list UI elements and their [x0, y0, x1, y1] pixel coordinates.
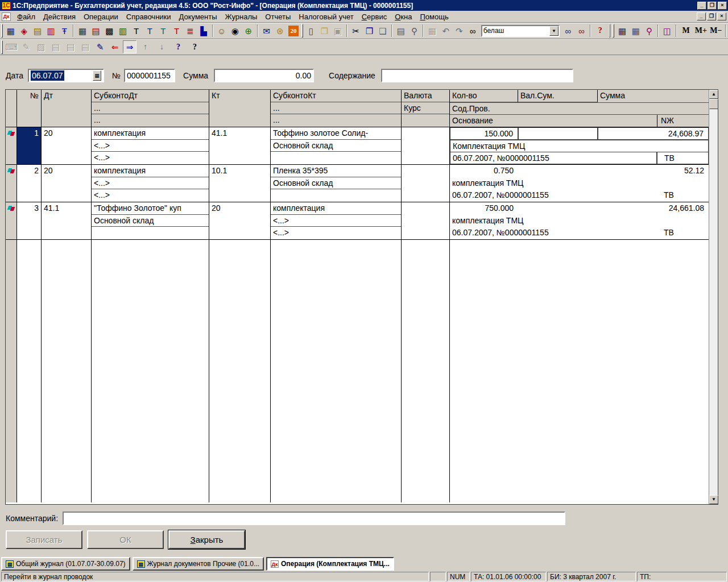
- search-combobox[interactable]: ▼: [481, 25, 560, 37]
- close-form-button[interactable]: Закрыть: [168, 530, 245, 549]
- internet-globe-icon[interactable]: ⊕: [242, 24, 255, 38]
- window-tab-1[interactable]: ▤Общий журнал (01.07.07-30.09.07): [1, 557, 130, 571]
- context-help-icon[interactable]: ?: [187, 40, 202, 53]
- chessboard-report-icon[interactable]: ▩: [103, 24, 115, 38]
- row-kt-cell[interactable]: 10.1: [209, 165, 271, 202]
- document-mark-icon[interactable]: T: [171, 24, 183, 38]
- diagram-icon[interactable]: ▙: [197, 24, 210, 38]
- header-currency-line[interactable]: Курс: [402, 102, 449, 115]
- comment-field[interactable]: [63, 512, 565, 525]
- menu-item-налоговый-учет[interactable]: Налоговый учет: [295, 11, 357, 22]
- new-document-icon[interactable]: ▯: [305, 24, 317, 38]
- memory-add-button[interactable]: M+: [694, 24, 708, 38]
- row-dt-cell[interactable]: 20: [42, 127, 92, 164]
- undo-icon[interactable]: ↶: [440, 24, 452, 38]
- header-subdt-line[interactable]: ...: [92, 114, 209, 127]
- help-icon[interactable]: ?: [593, 24, 607, 38]
- chevron-down-icon[interactable]: ▼: [549, 26, 559, 36]
- toolbar-handle[interactable]: [609, 24, 611, 38]
- mail-icon[interactable]: ✉: [260, 24, 273, 38]
- window-tab-2[interactable]: ▤Журнал документов Прочие (01.0...: [133, 557, 264, 571]
- calendar-date-icon[interactable]: 20: [288, 26, 299, 36]
- journal-operations-icon[interactable]: ▦: [76, 24, 89, 38]
- menu-item-операции[interactable]: Операции: [80, 11, 122, 22]
- row-subdt-cell-line[interactable]: комплектация: [92, 165, 209, 177]
- move-down-icon[interactable]: ↓: [154, 40, 169, 53]
- scroll-down-icon[interactable]: ▼: [709, 495, 718, 504]
- row-kt-cell[interactable]: 20: [209, 202, 271, 239]
- documents-journal-icon[interactable]: ▥: [45, 24, 57, 38]
- operations-journal-icon[interactable]: ▤: [31, 24, 44, 38]
- row-kt-cell[interactable]: 41.1: [209, 127, 271, 164]
- menu-item-справочники[interactable]: Справочники: [122, 11, 175, 22]
- menu-item-действия[interactable]: Действия: [39, 11, 80, 22]
- goto-source-icon[interactable]: ⇐: [108, 40, 122, 53]
- move-up-icon[interactable]: ↑: [138, 40, 153, 53]
- row-cursum-cell[interactable]: [518, 127, 598, 140]
- row-dt-cell[interactable]: 20: [42, 165, 92, 202]
- content-field[interactable]: [381, 69, 573, 82]
- row-currency-cell[interactable]: [402, 165, 450, 202]
- header-subdt-line[interactable]: ...: [92, 102, 209, 115]
- row-dt-cell[interactable]: 41.1: [42, 202, 92, 239]
- assistant-icon[interactable]: ☺: [216, 24, 228, 38]
- row-subkt-cell-line[interactable]: комплектация: [271, 202, 401, 215]
- row-sum-cell[interactable]: 52.12: [598, 165, 709, 177]
- cut-icon[interactable]: ✂: [350, 24, 362, 38]
- document-lines-icon[interactable]: T: [157, 24, 169, 38]
- header-subkt-line[interactable]: ...: [271, 102, 401, 115]
- menu-item-окна[interactable]: Окна: [391, 11, 416, 22]
- row-subkt-cell-line[interactable]: Основной склад: [271, 140, 401, 152]
- scroll-up-icon[interactable]: ▲: [709, 90, 718, 99]
- menu-item-сервис[interactable]: Сервис: [358, 11, 391, 22]
- memory-recall-button[interactable]: M: [679, 24, 693, 38]
- calendar-icon[interactable]: ▦: [93, 70, 101, 81]
- toolbar-handle[interactable]: [1, 40, 3, 54]
- row-subdt-cell-line[interactable]: <...>: [92, 177, 209, 190]
- row-subdt-cell-line[interactable]: [92, 227, 209, 239]
- report-icon[interactable]: ≣: [184, 24, 196, 38]
- row-basis-cell[interactable]: 06.07.2007, №0000001155: [450, 152, 657, 164]
- find-previous-icon[interactable]: ∞: [576, 24, 588, 38]
- vertical-scrollbar[interactable]: ▲ ▼: [709, 90, 718, 504]
- window-tab-3[interactable]: ДкОперация (Комплектация ТМЦ...: [266, 557, 394, 571]
- chart-of-accounts-icon[interactable]: ▦: [5, 24, 17, 38]
- row-subkt-cell-line[interactable]: Основной склад: [271, 177, 401, 190]
- row-subkt-cell-line[interactable]: [271, 189, 401, 202]
- row-currency-cell[interactable]: [402, 127, 450, 164]
- fixed-calc-icon[interactable]: ▦: [630, 24, 642, 38]
- header-subdt-line[interactable]: СубконтоДт: [92, 90, 209, 102]
- document-blank-icon[interactable]: T: [130, 24, 143, 38]
- header-subkt-line[interactable]: ...: [271, 114, 401, 127]
- row-subdt-cell-line[interactable]: <...>: [92, 189, 209, 202]
- web-update-icon[interactable]: ⊛: [274, 24, 286, 38]
- menu-item-журналы[interactable]: Журналы: [221, 11, 262, 22]
- row-num-cell[interactable]: 2: [17, 165, 42, 202]
- row-basis-cell[interactable]: 06.07.2007, №0000001155: [450, 227, 657, 239]
- row-content-cell[interactable]: комплектация ТМЦ: [450, 177, 709, 190]
- header-subkt-line[interactable]: СубконтоКт: [271, 90, 401, 102]
- search-input[interactable]: [482, 27, 549, 35]
- row-cursum-cell[interactable]: [518, 202, 598, 215]
- row-sum-cell[interactable]: 24,608.97: [598, 127, 709, 140]
- video-camera-icon[interactable]: ◉: [229, 24, 241, 38]
- open-file-icon[interactable]: ❒: [318, 24, 331, 38]
- row-nj-cell[interactable]: ТВ: [657, 152, 709, 164]
- toolbar-handle[interactable]: [301, 24, 303, 38]
- menu-item-документы[interactable]: Документы: [175, 11, 221, 22]
- row-subdt-cell-line[interactable]: <...>: [92, 140, 209, 152]
- row-qty-cell[interactable]: 150.000: [450, 127, 518, 140]
- row-subdt-cell-line[interactable]: "Тоффино Золотое" куп: [92, 202, 209, 215]
- copy-icon[interactable]: ❐: [363, 24, 376, 38]
- row-num-cell[interactable]: 1: [17, 127, 42, 164]
- row-nj-cell[interactable]: ТВ: [657, 227, 709, 239]
- account-turnovers-icon[interactable]: Ŧ: [59, 24, 71, 38]
- memory-subtract-button[interactable]: M−: [709, 24, 723, 38]
- tablo-icon[interactable]: ⚲: [643, 24, 656, 38]
- mdi-restore-button[interactable]: ❐: [707, 13, 716, 20]
- description-book-icon[interactable]: ◫: [661, 24, 673, 38]
- row-subkt-cell-line[interactable]: Тоффино золотое Солид-: [271, 127, 401, 140]
- row-subkt-cell-line[interactable]: <...>: [271, 215, 401, 227]
- row-basis-cell[interactable]: 06.07.2007, №0000001155: [450, 189, 657, 202]
- menu-item-отчеты[interactable]: Отчеты: [261, 11, 295, 22]
